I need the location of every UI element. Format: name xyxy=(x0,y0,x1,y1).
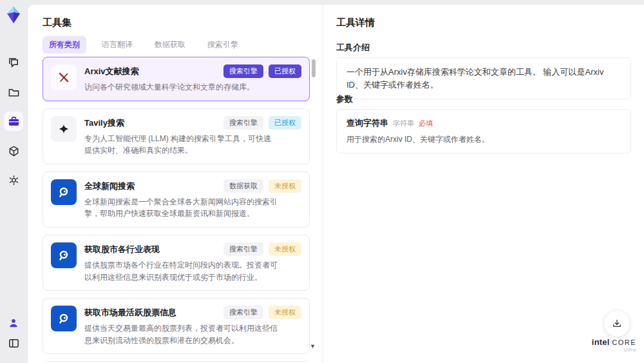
user-icon[interactable] xyxy=(4,313,23,333)
arxiv-icon xyxy=(51,64,77,90)
intel-product-tier: Ultra xyxy=(592,348,636,353)
tool-category-tag: 搜索引擎 xyxy=(223,116,263,130)
main-window: 工具集 所有类别语言翻译数据获取搜索引擎 Arxiv文献搜索 搜索引擎 已授权 … xyxy=(27,4,644,363)
tool-description: 专为人工智能代理 (LLM) 构建的搜索引擎工具，可快速提供实时、准确和真实的结… xyxy=(84,133,278,157)
tool-name: 全球新闻搜索 xyxy=(84,179,135,192)
app-logo-icon xyxy=(5,6,23,24)
globe-news-icon xyxy=(51,242,77,268)
chat-icon[interactable] xyxy=(4,53,23,72)
tool-description: 全球新闻搜索是一个聚合全球各大新闻网站内容的搜索引擎，帮助用户快速获取全球最新资… xyxy=(84,196,278,220)
tool-description: 访问各个研究领域大量科学论文和文章的存储库。 xyxy=(84,81,278,93)
tool-description: 提供当天交易量最高的股票列表，投资者可以利用这些信息来识别流动性强的股票和潜在的… xyxy=(84,322,278,346)
gear-icon[interactable] xyxy=(4,170,23,190)
sparkle-icon xyxy=(51,116,77,142)
tool-status-badge: 未授权 xyxy=(269,179,301,193)
param-description: 用于搜索的Arxiv ID、关键字或作者姓名。 xyxy=(346,134,621,145)
tool-name: Arxiv文献搜索 xyxy=(84,64,139,77)
intel-product-name: CORE xyxy=(612,338,636,346)
download-icon xyxy=(612,319,622,329)
tool-status-badge: 未授权 xyxy=(269,242,301,256)
tool-category-tag: 搜索引擎 xyxy=(223,242,263,256)
globe-news-icon xyxy=(51,179,77,205)
intro-box: 一个用于从Arxiv存储库搜索科学论文和文章的工具。 输入可以是Arxiv ID… xyxy=(336,57,631,99)
tool-list-item[interactable]: Arxiv文献搜索 搜索引擎 已授权 访问各个研究领域大量科学论文和文章的存储库… xyxy=(43,57,310,101)
tool-status-badge: 未授权 xyxy=(269,306,301,319)
cube-icon[interactable] xyxy=(4,141,23,161)
tool-detail-pane: 工具详情 工具介绍 一个用于从Arxiv存储库搜索科学论文和文章的工具。 输入可… xyxy=(323,5,644,363)
tool-description: 提供股票市场各个行业在特定时间段内的表现。投资者可以利用这些信息来识别表现优于或… xyxy=(84,259,278,283)
tool-name: Tavily搜索 xyxy=(84,116,124,129)
param-name: 查询字符串 xyxy=(346,117,388,129)
scrollbar-thumb[interactable] xyxy=(312,59,316,77)
globe-news-icon xyxy=(51,306,77,331)
tool-list-item[interactable]: 获取市场最活跃股票信息 搜索引擎 未授权 提供当天交易量最高的股票列表，投资者可… xyxy=(43,298,310,354)
intro-text: 一个用于从Arxiv存储库搜索科学论文和文章的工具。 输入可以是Arxiv ID… xyxy=(346,66,621,91)
tool-list-item[interactable]: 获取股市各行业表现 搜索引擎 未授权 提供股票市场各个行业在特定时间段内的表现。… xyxy=(43,235,310,291)
tool-list-item[interactable]: Tavily搜索 搜索引擎 已授权 专为人工智能代理 (LLM) 构建的搜索引擎… xyxy=(43,108,310,164)
tool-status-badge: 已授权 xyxy=(269,116,301,130)
intro-heading: 工具介绍 xyxy=(336,42,370,54)
intel-brand-name: intel xyxy=(592,337,610,347)
param-type: 字符串 xyxy=(393,119,414,128)
tool-list-item[interactable]: 全球新闻搜索 数据获取 未授权 全球新闻搜索是一个聚合全球各大新闻网站内容的搜索… xyxy=(43,172,310,228)
tool-name: 获取股市各行业表现 xyxy=(84,242,160,255)
param-required-badge: 必填 xyxy=(419,119,433,128)
tool-category-tag: 数据获取 xyxy=(223,179,263,193)
scrollbar-down-arrow[interactable]: ▼ xyxy=(310,343,316,349)
tool-category-tag: 搜索引擎 xyxy=(223,306,263,319)
intel-core-logo: intel CORE Ultra xyxy=(592,338,636,353)
tool-name: 获取市场最活跃股票信息 xyxy=(84,306,176,319)
tool-list-pane: 工具集 所有类别语言翻译数据获取搜索引擎 Arxiv文献搜索 搜索引擎 已授权 … xyxy=(28,5,323,363)
list-scrollbar[interactable] xyxy=(312,57,316,358)
briefcase-icon-active[interactable] xyxy=(4,112,23,131)
tool-status-badge: 已授权 xyxy=(269,64,301,78)
params-heading: 参数 xyxy=(336,93,353,105)
app-sidebar xyxy=(0,0,27,363)
tab-数据获取[interactable]: 数据获取 xyxy=(148,36,192,54)
folder-icon[interactable] xyxy=(4,83,23,102)
detail-title: 工具详情 xyxy=(336,17,375,29)
tool-category-tag: 搜索引擎 xyxy=(223,64,263,78)
param-box: 查询字符串 字符串 必填 用于搜索的Arxiv ID、关键字或作者姓名。 xyxy=(336,109,631,153)
download-button[interactable] xyxy=(604,311,630,337)
tab-语言翻译[interactable]: 语言翻译 xyxy=(95,36,139,54)
tab-搜索引擎[interactable]: 搜索引擎 xyxy=(201,36,245,54)
panel-toggle-icon[interactable] xyxy=(4,333,23,353)
page-title: 工具集 xyxy=(43,17,71,29)
tool-list: Arxiv文献搜索 搜索引擎 已授权 访问各个研究领域大量科学论文和文章的存储库… xyxy=(43,57,310,363)
category-tabs: 所有类别语言翻译数据获取搜索引擎 xyxy=(43,36,245,54)
tab-所有类别[interactable]: 所有类别 xyxy=(43,36,86,54)
